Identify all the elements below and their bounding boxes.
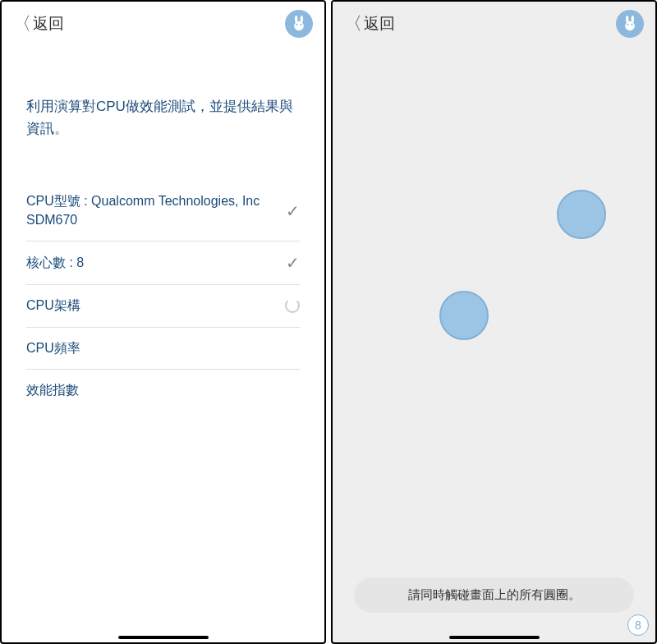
svg-point-5: [626, 16, 628, 22]
test-list: CPU型號 : Qualcomm Technologies, Inc SDM67…: [26, 181, 300, 411]
test-label: CPU架構: [26, 297, 285, 315]
test-item-performance: 效能指數: [26, 370, 300, 411]
test-item-cores: 核心數 : 8 ✓: [26, 242, 300, 285]
test-label: 效能指數: [26, 381, 300, 399]
back-label: 返回: [33, 13, 64, 34]
rabbit-icon: [291, 16, 307, 32]
back-button[interactable]: 〈 返回: [344, 12, 395, 36]
page-indicator: 8: [627, 614, 649, 636]
test-label: CPU型號 : Qualcomm Technologies, Inc SDM67…: [26, 192, 286, 229]
svg-point-9: [631, 24, 632, 25]
test-item-frequency: CPU頻率: [26, 328, 300, 370]
app-icon[interactable]: [616, 10, 644, 38]
chevron-left-icon: 〈: [13, 12, 31, 36]
back-button[interactable]: 〈 返回: [13, 12, 64, 36]
svg-point-1: [301, 16, 303, 22]
test-label: CPU頻率: [26, 339, 300, 357]
svg-point-2: [294, 21, 304, 31]
check-icon: ✓: [286, 201, 300, 221]
test-item-cpu-model: CPU型號 : Qualcomm Technologies, Inc SDM67…: [26, 181, 300, 242]
cpu-test-screen: 〈 返回 利用演算對CPU做效能測試，並提供結果與資訊。 CPU型號 : Qua…: [0, 0, 326, 644]
nav-handle[interactable]: [449, 636, 540, 639]
test-item-architecture: CPU架構: [26, 285, 300, 327]
svg-point-7: [625, 21, 635, 31]
svg-point-6: [632, 16, 634, 22]
touch-target-2[interactable]: [439, 291, 489, 340]
touch-area[interactable]: 請同時觸碰畫面上的所有圓圈。: [333, 46, 655, 642]
instruction-text: 請同時觸碰畫面上的所有圓圈。: [354, 577, 634, 613]
touch-test-screen: 〈 返回 請同時觸碰畫面上的所有圓圈。 8: [331, 0, 657, 644]
navbar: 〈 返回: [2, 2, 324, 46]
navbar: 〈 返回: [333, 2, 655, 46]
chevron-left-icon: 〈: [344, 12, 362, 36]
svg-point-3: [296, 24, 297, 25]
svg-point-0: [295, 16, 297, 22]
svg-point-4: [300, 24, 301, 25]
spinner-icon: [285, 298, 300, 313]
svg-point-8: [627, 24, 628, 25]
test-label: 核心數 : 8: [26, 254, 286, 272]
check-icon: ✓: [286, 253, 300, 273]
rabbit-icon: [622, 16, 638, 32]
back-label: 返回: [364, 13, 395, 34]
test-description: 利用演算對CPU做效能測試，並提供結果與資訊。: [26, 95, 300, 140]
nav-handle[interactable]: [118, 636, 209, 639]
app-icon[interactable]: [285, 10, 313, 38]
touch-target-1[interactable]: [557, 190, 606, 239]
content-area: 利用演算對CPU做效能測試，並提供結果與資訊。 CPU型號 : Qualcomm…: [2, 46, 324, 411]
